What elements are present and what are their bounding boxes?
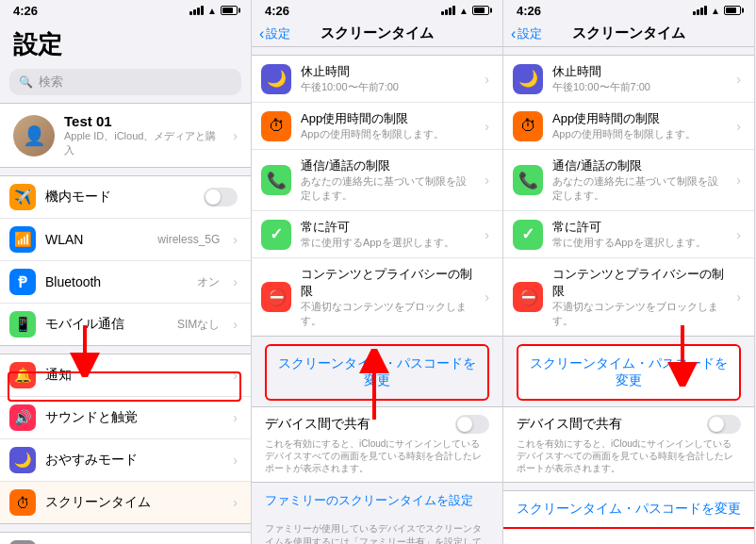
donotdisturb-chevron: › — [233, 453, 238, 468]
alwaysallowed-text-2: 常に許可 常に使用するAppを選択します。 — [552, 219, 727, 250]
signal-icon-3 — [693, 6, 707, 15]
battery-icon-3 — [724, 6, 741, 15]
sound-chevron: › — [233, 410, 238, 425]
applimits-chevron-1: › — [485, 119, 489, 134]
passcode-change-btn-1[interactable]: スクリーンタイム・パスコードを変更 — [265, 344, 489, 401]
battery-icon-1 — [221, 6, 238, 15]
screentime-label: スクリーンタイム — [45, 494, 223, 511]
wifi-icon: 📶 — [9, 226, 36, 253]
sound-item[interactable]: 🔊 サウンドと触覚 › — [0, 397, 251, 439]
settings-panel: 4:26 ▲ 設定 🔍 検索 👤 Test 01 Apple ID、i — [0, 0, 252, 544]
downtime-sub-2: 午後10:00〜午前7:00 — [552, 80, 727, 94]
system-group: ⚙️ 一般 › ☰ コントロールセンター › — [0, 532, 251, 544]
alwaysallowed-item-2[interactable]: ✓ 常に許可 常に使用するAppを選択します。 › — [503, 211, 754, 258]
avatar: 👤 — [13, 115, 55, 157]
alwaysallowed-sub-1: 常に使用するAppを選択します。 — [301, 236, 475, 250]
airplane-mode-item[interactable]: ✈️ 機内モード — [0, 176, 251, 219]
bluetooth-item[interactable]: Ᵽ Bluetooth オン › — [0, 261, 251, 304]
passcode-off-btn[interactable]: スクリーンタイム・パスコードをオフ — [517, 533, 741, 544]
search-placeholder: 検索 — [39, 74, 63, 91]
cellular-value: SIMなし — [177, 317, 220, 333]
wifi-item[interactable]: 📶 WLAN wireless_5G › — [0, 219, 251, 261]
donotdisturb-item[interactable]: 🌙 おやすみモード › — [0, 439, 251, 482]
downtime-text-2: 休止時間 午後10:00〜午前7:00 — [552, 63, 727, 94]
downtime-chevron-1: › — [485, 72, 489, 87]
applimits-title-2: App使用時間の制限 — [552, 110, 727, 127]
contentprivacy-item-1[interactable]: ⛔ コンテンツとプライバシーの制限 不適切なコンテンツをブロックします。 › — [252, 258, 502, 336]
screentime-panel-2: 4:26 ▲ ‹ 設定 スクリーンタイム 🌙 — [503, 0, 755, 544]
wifi-label: WLAN — [45, 232, 148, 247]
communication-text-2: 通信/通話の制限 あなたの連絡先に基づいて制限を設定します。 — [552, 157, 727, 203]
screentime-item[interactable]: ⏱ スクリーンタイム › — [0, 482, 251, 523]
back-chevron-2: ‹ — [259, 25, 264, 42]
applimits-text-2: App使用時間の制限 Appの使用時間を制限します。 — [552, 110, 727, 141]
alwaysallowed-sub-2: 常に使用するAppを選択します。 — [552, 236, 727, 250]
nav-bar-3: ‹ 設定 スクリーンタイム — [503, 19, 754, 47]
chevron-right-icon: › — [233, 128, 238, 143]
downtime-title-1: 休止時間 — [301, 63, 475, 80]
status-icons-2: ▲ — [441, 6, 489, 16]
contentprivacy-title-1: コンテンツとプライバシーの制限 — [301, 266, 475, 300]
panel-screentime-2: 4:26 ▲ ‹ 設定 スクリーンタイム 🌙 — [503, 0, 755, 544]
notifications-item[interactable]: 🔔 通知 › — [0, 354, 251, 397]
passcode-change-btn-2[interactable]: スクリーンタイム・パスコードを変更 — [517, 344, 741, 401]
panel-settings: 4:26 ▲ 設定 🔍 検索 👤 Test 01 Apple ID、i — [0, 0, 252, 544]
downtime-item-2[interactable]: 🌙 休止時間 午後10:00〜午前7:00 › — [503, 56, 754, 103]
sound-icon: 🔊 — [9, 404, 36, 431]
communication-text-1: 通信/通話の制限 あなたの連絡先に基づいて制限を設定します。 — [301, 157, 475, 203]
applimits-item-2[interactable]: ⏱ App使用時間の制限 Appの使用時間を制限します。 › — [503, 103, 754, 150]
device-sharing-label-2: デバイス間で共有 — [517, 416, 622, 433]
back-button-2[interactable]: ‹ 設定 — [259, 25, 290, 42]
applimits-title-1: App使用時間の制限 — [301, 110, 475, 127]
status-icons-1: ▲ — [189, 6, 238, 16]
screentime-content-2: 🌙 休止時間 午後10:00〜午前7:00 › ⏱ App使用時間の制限 App… — [503, 47, 754, 544]
back-chevron-3: ‹ — [511, 25, 516, 42]
wifi-chevron: › — [233, 232, 238, 247]
status-icons-3: ▲ — [693, 6, 741, 16]
connectivity-group: ✈️ 機内モード 📶 WLAN wireless_5G › Ᵽ Bluetoot… — [0, 175, 251, 346]
search-bar[interactable]: 🔍 検索 — [9, 69, 241, 95]
general-icon: ⚙️ — [9, 540, 36, 544]
device-sharing-row-1: デバイス間で共有 これを有効にすると、iCloudにサインインしているデバイスす… — [252, 406, 502, 483]
time-3: 4:26 — [517, 4, 541, 18]
communication-item-2[interactable]: 📞 通信/通話の制限 あなたの連絡先に基づいて制限を設定します。 › — [503, 150, 754, 211]
family-link-1[interactable]: ファミリーのスクリーンタイムを設定 — [252, 483, 502, 519]
downtime-item-1[interactable]: 🌙 休止時間 午後10:00〜午前7:00 › — [252, 56, 502, 103]
cellular-item[interactable]: 📱 モバイル通信 SIMなし › — [0, 304, 251, 345]
downtime-chevron-2: › — [736, 72, 741, 87]
applimits-icon-1: ⏱ — [261, 111, 291, 141]
wifi-value: wireless_5G — [157, 233, 220, 246]
communication-item-1[interactable]: 📞 通信/通話の制限 あなたの連絡先に基づいて制限を設定します。 › — [252, 150, 502, 211]
notifications-label: 通知 — [45, 367, 223, 384]
st-items-section-1: 🌙 休止時間 午後10:00〜午前7:00 › ⏱ App使用時間の制限 App… — [252, 55, 502, 337]
battery-icon-2 — [472, 6, 489, 15]
alwaysallowed-icon-2: ✓ — [513, 220, 543, 250]
screentime-chevron: › — [233, 495, 238, 510]
alwaysallowed-item-1[interactable]: ✓ 常に許可 常に使用するAppを選択します。 › — [252, 211, 502, 258]
passcode-change-btn-3[interactable]: スクリーンタイム・パスコードを変更 — [503, 491, 754, 529]
nav-title-3: スクリーンタイム — [572, 25, 685, 42]
contentprivacy-text-2: コンテンツとプライバシーの制限 不適切なコンテンツをブロックします。 — [552, 266, 727, 328]
user-profile-row[interactable]: 👤 Test 01 Apple ID、iCloud、メディアと購入 › — [0, 103, 251, 168]
contentprivacy-icon-1: ⛔ — [261, 282, 291, 312]
downtime-sub-1: 午後10:00〜午前7:00 — [301, 80, 475, 94]
nav-title-2: スクリーンタイム — [320, 25, 434, 42]
back-button-3[interactable]: ‹ 設定 — [511, 25, 542, 42]
wifi-status-icon-1: ▲ — [207, 6, 217, 16]
time-1: 4:26 — [13, 4, 38, 18]
airplane-toggle[interactable] — [204, 188, 238, 206]
applimits-item-1[interactable]: ⏱ App使用時間の制限 Appの使用時間を制限します。 › — [252, 103, 502, 150]
device-sharing-toggle-1[interactable] — [455, 415, 489, 434]
general-item[interactable]: ⚙️ 一般 › — [0, 533, 251, 544]
status-bar-1: 4:26 ▲ — [0, 0, 251, 19]
communication-chevron-1: › — [485, 173, 489, 188]
sound-label: サウンドと触覚 — [45, 409, 223, 426]
downtime-icon-2: 🌙 — [513, 64, 543, 94]
downtime-icon-1: 🌙 — [261, 64, 291, 94]
device-sharing-toggle-2[interactable] — [707, 415, 741, 434]
airplane-icon: ✈️ — [9, 184, 36, 210]
communication-sub-2: あなたの連絡先に基づいて制限を設定します。 — [552, 174, 727, 203]
contentprivacy-item-2[interactable]: ⛔ コンテンツとプライバシーの制限 不適切なコンテンツをブロックします。 › — [503, 258, 754, 336]
time-2: 4:26 — [265, 4, 289, 18]
airplane-label: 機内モード — [45, 189, 194, 206]
